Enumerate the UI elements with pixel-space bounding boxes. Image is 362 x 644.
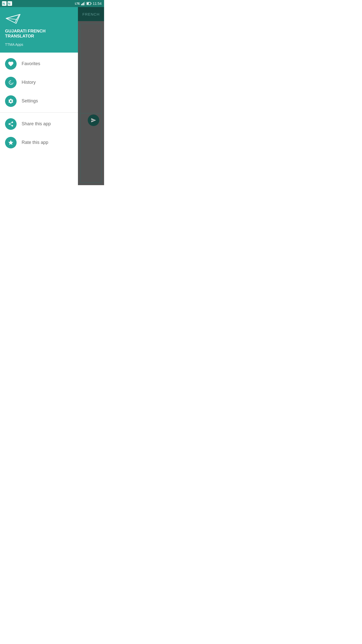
menu-item-history[interactable]: History	[0, 73, 78, 92]
svg-rect-5	[82, 3, 83, 5]
main-container: GUJARATI FRENCH TRANSLATOR TTMA Apps Fav…	[0, 7, 104, 185]
drawer-menu: Favorites History	[0, 53, 78, 185]
history-icon-circle	[5, 77, 17, 88]
app-subtitle: TTMA Apps	[5, 43, 73, 47]
svg-rect-7	[84, 2, 85, 5]
heart-icon	[8, 61, 14, 67]
secondary-menu-section: Share this app Rate this app	[0, 115, 78, 152]
share-icon-circle	[5, 118, 17, 130]
svg-rect-4	[81, 4, 82, 5]
settings-icon-circle	[5, 95, 17, 107]
svg-rect-9	[91, 3, 91, 4]
navigation-drawer: GUJARATI FRENCH TRANSLATOR TTMA Apps Fav…	[0, 7, 78, 185]
rate-label: Rate this app	[22, 140, 48, 145]
menu-divider	[0, 112, 78, 113]
svg-text:N: N	[3, 2, 5, 6]
history-label: History	[22, 80, 36, 85]
drawer-scrim[interactable]	[78, 7, 104, 185]
app-logo	[5, 12, 21, 25]
rate-icon-circle	[5, 137, 17, 148]
favorites-icon-circle	[5, 58, 17, 70]
status-bar-left: N N	[2, 1, 12, 6]
status-bar-right: LTE 11:54	[75, 2, 102, 6]
svg-rect-6	[83, 3, 84, 5]
nougat-icon-1: N	[2, 1, 7, 6]
nougat-icon-2: N	[8, 1, 12, 6]
share-label: Share this app	[22, 121, 51, 127]
app-title: GUJARATI FRENCH TRANSLATOR	[5, 29, 73, 39]
settings-label: Settings	[22, 98, 38, 104]
menu-item-settings[interactable]: Settings	[0, 92, 78, 110]
menu-item-share[interactable]: Share this app	[0, 115, 78, 133]
share-icon	[8, 121, 14, 127]
status-bar: N N LTE 11:54	[0, 0, 104, 7]
clock-icon	[8, 79, 14, 86]
signal-icon	[81, 2, 85, 5]
favorites-label: Favorites	[22, 61, 40, 66]
svg-text:N: N	[8, 2, 10, 6]
star-icon	[8, 140, 14, 146]
menu-item-favorites[interactable]: Favorites	[0, 55, 78, 73]
drawer-header: GUJARATI FRENCH TRANSLATOR TTMA Apps	[0, 7, 78, 53]
primary-menu-section: Favorites History	[0, 55, 78, 110]
gear-icon	[8, 98, 14, 104]
lte-label: LTE	[75, 2, 80, 5]
menu-item-rate[interactable]: Rate this app	[0, 133, 78, 152]
time-display: 11:54	[93, 2, 102, 6]
battery-icon	[86, 2, 92, 5]
